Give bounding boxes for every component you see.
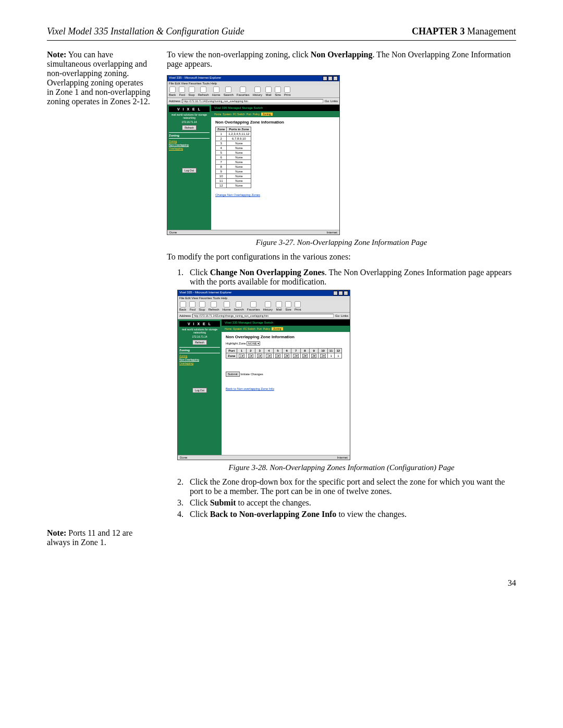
history-icon [265,301,271,307]
home-icon [224,301,230,307]
browser-title: Vixel 335 - Microsoft Internet Explorer [179,291,231,295]
history-button[interactable]: History [263,301,273,311]
address-input[interactable]: http://172.16.71.14/Zoning/change_zoning… [192,314,334,318]
nav-overlapping[interactable]: Overlapping [179,362,220,365]
zone-select[interactable]: 2▾ [302,354,308,358]
home-button[interactable]: Home [212,87,221,96]
nav-overlapping[interactable]: Overlapping [169,147,210,150]
favorites-button[interactable]: Favorites [247,301,260,311]
links-button[interactable]: Links [341,314,348,317]
submit-button[interactable]: Submit [226,372,240,377]
status-internet: Internet [327,231,337,234]
stop-button[interactable]: Stop [188,87,194,96]
refresh-button[interactable]: Refresh [209,301,219,311]
tab-fc-switch[interactable]: FC Switch [233,113,245,116]
zone-select[interactable]: 1▾ [266,354,271,358]
browser-menu[interactable]: File Edit View Favorites Tools Help [178,296,350,300]
nav-zoning[interactable]: Zoning [179,354,220,357]
tab-policy[interactable]: Policy [263,327,270,330]
tab-system[interactable]: System [223,113,231,116]
size-button[interactable]: Size [275,87,281,96]
go-button[interactable]: Go [325,100,329,103]
step-num: 1. [177,268,190,287]
tab-zoning[interactable]: Zoning [272,327,283,330]
back-button[interactable]: Back [169,87,176,96]
zone-fixed: 1 [335,353,342,359]
device-ip: 172.16.71.14 [179,335,220,338]
table-row: 8None [216,165,251,169]
maximize-icon[interactable]: □ [328,76,333,81]
forward-button[interactable]: Fwd [179,87,185,96]
col-ports: Ports in Zone [227,127,251,132]
zone-select[interactable]: 1▾ [257,354,262,358]
search-icon [225,87,231,93]
refresh-button[interactable]: Refresh [198,87,209,96]
stop-button[interactable]: Stop [199,301,205,311]
zone-select[interactable]: 1▾ [239,354,244,358]
nav-non-overlapping[interactable]: Non-Overlapping [169,143,210,146]
tab-home[interactable]: Home [225,327,231,330]
logout-button[interactable]: Log Out [182,168,197,173]
favorites-button[interactable]: Favorites [237,87,250,96]
back-to-zone-info-link[interactable]: Back to Non-overlapping Zone Info [226,387,274,390]
close-icon[interactable]: × [344,291,348,295]
search-button[interactable]: Search [234,301,244,311]
page-heading: Non Overlapping Zone Information [226,335,346,339]
links-button[interactable]: Links [331,100,338,103]
step-4: 4. Click Back to Non-overlapping Zone In… [177,510,516,519]
tab-policy[interactable]: Policy [253,113,260,116]
side-refresh-button[interactable]: Refresh [192,340,207,345]
step-1: 1. Click Change Non Overlapping Zones. T… [177,268,516,287]
mail-button[interactable]: Mail [276,301,282,311]
table-row: 11,2,3,4,5,11,12 [216,132,251,137]
zone-select[interactable]: 2▾ [311,354,316,358]
close-icon[interactable]: × [333,76,338,81]
print-button[interactable]: Print [295,301,301,311]
minimize-icon[interactable]: _ [323,76,327,81]
side-refresh-button[interactable]: Refresh [182,125,197,130]
tab-home[interactable]: Home [214,113,221,116]
tab-port[interactable]: Port [257,327,262,330]
go-button[interactable]: Go [335,314,339,317]
history-button[interactable]: History [252,87,262,96]
zone-table: ZonePorts in Zone 11,2,3,4,5,11,12 26,7,… [215,127,251,188]
print-button[interactable]: Print [284,87,290,96]
chapter-name: Management [465,26,516,36]
maximize-icon[interactable]: □ [338,291,343,295]
tab-system[interactable]: System [233,327,242,330]
zone-select[interactable]: 2▾ [284,354,289,358]
table-row: 7None [216,160,251,165]
back-button[interactable]: Back [179,301,186,311]
forward-button[interactable]: Fwd [189,301,195,311]
nav-non-overlapping[interactable]: Non-Overlapping [179,358,220,361]
zone-select[interactable]: 2▾ [293,354,298,358]
print-icon [284,87,290,93]
size-button[interactable]: Size [285,301,291,311]
search-button[interactable]: Search [224,87,234,96]
change-zones-link[interactable]: Change Non Overlapping Zones [215,193,260,196]
nav-zoning[interactable]: Zoning [169,140,210,143]
mail-button[interactable]: Mail [265,87,272,96]
zone-select[interactable]: 2▾ [320,354,325,358]
figure-28-screenshot: Vixel 335 - Microsoft Internet Explorer … [177,290,350,460]
table-row: 4None [216,146,251,151]
highlight-zone-select[interactable]: NONE ▾ [247,341,260,346]
step-num: 2. [177,477,190,496]
step-3: 3. Click Submit to accept the changes. [177,498,516,508]
zone-select[interactable]: 1▾ [275,354,280,358]
home-button[interactable]: Home [223,301,231,311]
table-row: 3None [216,141,251,146]
back-icon [169,87,176,93]
mail-icon [265,87,272,93]
page-heading: Non Overlapping Zone Information [215,120,335,125]
logout-button[interactable]: Log Out [192,388,207,393]
browser-menu[interactable]: File Edit View Favorites Tools Help [167,81,339,85]
minimize-icon[interactable]: _ [333,291,338,295]
tab-fc-switch[interactable]: FC Switch [243,327,255,330]
address-input[interactable]: http://172.16.71.14/Zoning/zoning_non_ov… [182,99,323,103]
tab-port[interactable]: Port [247,113,251,116]
figure-27-caption: Figure 3-27. Non-Overlapping Zone Inform… [167,238,516,247]
zone-select[interactable]: 1▾ [248,354,253,358]
tab-zoning[interactable]: Zoning [261,113,272,116]
col-zone: Zone [216,127,227,132]
